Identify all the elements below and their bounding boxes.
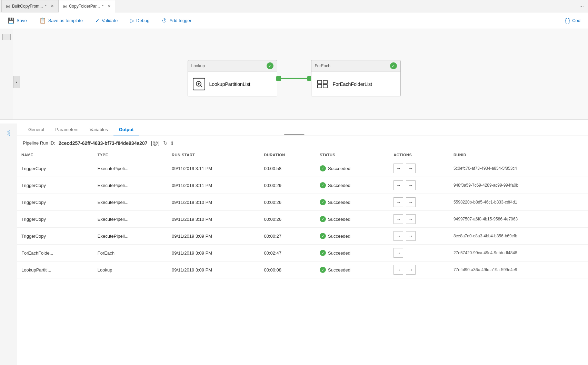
table-header: NAME TYPE RUN START DURATION STATUS ACTI…: [17, 150, 588, 160]
tab-general[interactable]: General: [23, 124, 50, 136]
save-template-button[interactable]: 📋 Save as template: [37, 16, 85, 25]
toolbar: 💾 Save 📋 Save as template ✓ Validate ▷ D…: [0, 12, 588, 29]
tab-icon-bulkcopy: ⊞: [6, 3, 10, 9]
table-wrapper: NAME TYPE RUN START DURATION STATUS ACTI…: [17, 150, 588, 350]
tab-close-copyfolder[interactable]: ✕: [108, 4, 111, 9]
cell-runid: 5598220b-b8d5-46c1-b333-cdf4d1: [449, 194, 588, 211]
connector-start: [276, 76, 281, 81]
action-btn-primary[interactable]: →: [393, 214, 403, 224]
action-btn-primary[interactable]: →: [393, 248, 403, 258]
svg-rect-4: [318, 80, 322, 84]
code-icon: { }: [565, 18, 570, 24]
cell-duration: 00:00:08: [260, 262, 316, 278]
mini-preview-box: [2, 34, 11, 40]
cell-name: TriggerCopy: [17, 194, 93, 211]
run-id-label: Pipeline Run ID:: [23, 140, 55, 146]
tab-bar: ⊞ BulkCopyFrom... * ✕ ⊞ CopyFolderPar...…: [0, 0, 588, 12]
add-trigger-button[interactable]: ⏱ Add trigger: [160, 16, 193, 25]
action-btn-secondary[interactable]: →: [406, 231, 416, 241]
table-row: TriggerCopy ExecutePipeli... 09/11/2019 …: [17, 177, 588, 194]
cell-actions: → →: [389, 194, 449, 211]
copy-runid-button[interactable]: [@]: [151, 140, 160, 146]
table-body: TriggerCopy ExecutePipeli... 09/11/2019 …: [17, 160, 588, 278]
refresh-button[interactable]: ↻: [163, 140, 168, 146]
cell-status: ✓ Succeeded: [316, 245, 389, 262]
action-btn-secondary[interactable]: →: [406, 180, 416, 190]
cell-run-start: 09/11/2019 3:11 PM: [168, 177, 260, 194]
tab-output[interactable]: Output: [113, 124, 139, 136]
cell-duration: 00:02:47: [260, 245, 316, 262]
tab-modified-copyfolder: *: [102, 4, 103, 8]
foreach-node-body: ForEachFolderList: [311, 72, 400, 97]
cell-run-start: 09/11/2019 3:10 PM: [168, 211, 260, 228]
status-success-icon: ✓: [320, 165, 326, 171]
cell-duration: 00:00:29: [260, 177, 316, 194]
panel-collapse-button[interactable]: ‹: [13, 76, 20, 88]
add-trigger-label: Add trigger: [169, 18, 191, 23]
debug-label: Debug: [136, 18, 149, 23]
table-row: LookupPartiti... Lookup 09/11/2019 3:09 …: [17, 262, 588, 278]
cell-runid: 27e57420-99ca-49c4-9ebb-df4848: [449, 245, 588, 262]
action-btn-secondary[interactable]: →: [406, 265, 416, 275]
action-btn-primary[interactable]: →: [393, 164, 403, 173]
table-row: TriggerCopy ExecutePipeli... 09/11/2019 …: [17, 160, 588, 177]
cell-type: ExecutePipeli...: [93, 211, 168, 228]
lookup-node[interactable]: Lookup ✓ LookupPartitionList: [188, 60, 277, 97]
cell-actions: → →: [389, 262, 449, 278]
lookup-node-label: LookupPartitionList: [209, 81, 250, 87]
action-btn-secondary[interactable]: →: [406, 164, 416, 173]
canvas-area: ‹ Lookup ✓ LookupPartitionList: [0, 29, 588, 136]
status-text: Succeeded: [328, 183, 350, 188]
action-btn-primary[interactable]: →: [393, 265, 403, 275]
status-success-icon: ✓: [320, 199, 326, 205]
left-nav-label[interactable]: als: [6, 130, 11, 136]
table-row: TriggerCopy ExecutePipeli... 09/11/2019 …: [17, 228, 588, 245]
action-btn-primary[interactable]: →: [393, 197, 403, 207]
svg-rect-7: [323, 85, 327, 88]
action-btn-secondary[interactable]: →: [406, 197, 416, 207]
cell-actions: → →: [389, 211, 449, 228]
tab-bulkcopy[interactable]: ⊞ BulkCopyFrom... * ✕: [1, 0, 58, 12]
save-button[interactable]: 💾 Save: [6, 16, 29, 25]
tab-more-button[interactable]: ···: [577, 0, 587, 12]
tab-parameters[interactable]: Parameters: [50, 124, 84, 136]
action-btn-secondary[interactable]: →: [406, 214, 416, 224]
cell-actions: → →: [389, 228, 449, 245]
svg-rect-6: [318, 85, 322, 88]
debug-button[interactable]: ▷ Debug: [128, 16, 151, 25]
status-text: Succeeded: [328, 234, 350, 239]
cell-status: ✓ Succeeded: [316, 262, 389, 278]
cell-runid: 94997507-a6f0-4b15-9586-4e7063: [449, 211, 588, 228]
status-text: Succeeded: [328, 217, 350, 222]
code-label: Cod: [572, 18, 580, 23]
validate-button[interactable]: ✓ Validate: [93, 16, 120, 25]
cell-type: ForEach: [93, 245, 168, 262]
run-id-value: 2cecd257-62ff-4633-bf73-f84de934a207: [59, 140, 148, 146]
table-row: TriggerCopy ExecutePipeli... 09/11/2019 …: [17, 194, 588, 211]
tab-icon-copyfolder: ⊞: [63, 3, 67, 9]
code-button[interactable]: { } Cod: [563, 16, 582, 25]
tab-copyfolder[interactable]: ⊞ CopyFolderPar... * ✕: [58, 0, 115, 12]
save-icon: 💾: [8, 17, 14, 24]
cell-duration: 00:00:27: [260, 228, 316, 245]
cell-name: TriggerCopy: [17, 177, 93, 194]
tab-close-bulkcopy[interactable]: ✕: [51, 4, 54, 8]
cell-status: ✓ Succeeded: [316, 194, 389, 211]
foreach-node[interactable]: ForEach ✓ ForEachFolderList: [311, 60, 401, 97]
lookup-node-header: Lookup ✓: [188, 60, 277, 72]
validate-label: Validate: [102, 18, 118, 23]
foreach-node-title: ForEach: [315, 63, 330, 68]
cell-runid: 948f3a59-7c69-4289-ac99-994fa0b: [449, 177, 588, 194]
save-template-label: Save as template: [48, 18, 83, 23]
cell-duration: 00:00:26: [260, 211, 316, 228]
cell-name: TriggerCopy: [17, 211, 93, 228]
tab-variables[interactable]: Variables: [84, 124, 113, 136]
tab-label-bulkcopy: BulkCopyFrom...: [12, 4, 43, 9]
cell-runid: 8ce8a7d0-e8a3-4bb4-b356-b69cfb: [449, 228, 588, 245]
cell-type: Lookup: [93, 262, 168, 278]
lookup-icon: [193, 78, 205, 90]
cell-status: ✓ Succeeded: [316, 211, 389, 228]
action-btn-primary[interactable]: →: [393, 180, 403, 190]
action-btn-primary[interactable]: →: [393, 231, 403, 241]
info-button[interactable]: ℹ: [171, 140, 173, 146]
